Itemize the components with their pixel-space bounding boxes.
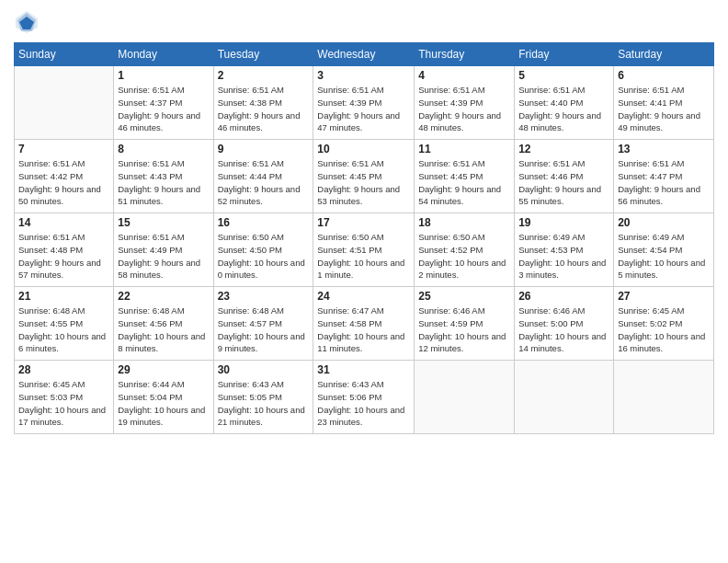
day-cell: 10Sunrise: 6:51 AMSunset: 4:45 PMDayligh… (313, 140, 415, 213)
day-info: Sunrise: 6:51 AMSunset: 4:41 PMDaylight:… (618, 84, 710, 134)
day-cell: 31Sunrise: 6:43 AMSunset: 5:06 PMDayligh… (313, 361, 415, 434)
day-number: 5 (518, 69, 609, 82)
day-number: 19 (518, 216, 609, 229)
day-info: Sunrise: 6:51 AMSunset: 4:42 PMDaylight:… (18, 157, 109, 208)
day-info: Sunrise: 6:43 AMSunset: 5:05 PMDaylight:… (218, 378, 310, 429)
day-info: Sunrise: 6:51 AMSunset: 4:48 PMDaylight:… (18, 231, 109, 282)
day-cell: 19Sunrise: 6:49 AMSunset: 4:53 PMDayligh… (515, 213, 614, 287)
day-info: Sunrise: 6:48 AMSunset: 4:56 PMDaylight:… (118, 304, 209, 355)
day-number: 14 (18, 216, 109, 229)
header (14, 9, 714, 35)
day-number: 3 (317, 69, 410, 82)
logo-icon (14, 9, 40, 35)
day-info: Sunrise: 6:45 AMSunset: 5:02 PMDaylight:… (618, 304, 710, 355)
week-row-2: 7Sunrise: 6:51 AMSunset: 4:42 PMDaylight… (15, 140, 714, 213)
day-cell: 1Sunrise: 6:51 AMSunset: 4:37 PMDaylight… (114, 66, 213, 140)
day-number: 21 (18, 290, 109, 303)
day-info: Sunrise: 6:47 AMSunset: 4:58 PMDaylight:… (317, 304, 410, 355)
day-cell: 8Sunrise: 6:51 AMSunset: 4:43 PMDaylight… (114, 140, 213, 213)
day-cell: 4Sunrise: 6:51 AMSunset: 4:39 PMDaylight… (415, 66, 515, 140)
day-cell: 28Sunrise: 6:45 AMSunset: 5:03 PMDayligh… (15, 361, 114, 434)
day-info: Sunrise: 6:51 AMSunset: 4:45 PMDaylight:… (317, 157, 410, 208)
day-info: Sunrise: 6:46 AMSunset: 4:59 PMDaylight:… (418, 304, 510, 355)
day-number: 15 (118, 216, 209, 229)
day-number: 18 (418, 216, 510, 229)
day-number: 31 (317, 363, 410, 376)
logo (14, 9, 43, 35)
day-info: Sunrise: 6:51 AMSunset: 4:37 PMDaylight:… (118, 84, 209, 134)
day-number: 20 (618, 216, 710, 229)
weekday-header-tuesday: Tuesday (213, 43, 313, 66)
day-info: Sunrise: 6:50 AMSunset: 4:50 PMDaylight:… (218, 231, 310, 282)
day-number: 6 (618, 69, 710, 82)
day-info: Sunrise: 6:51 AMSunset: 4:46 PMDaylight:… (518, 157, 609, 208)
day-cell: 9Sunrise: 6:51 AMSunset: 4:44 PMDaylight… (213, 140, 313, 213)
day-number: 9 (218, 143, 310, 155)
day-info: Sunrise: 6:49 AMSunset: 4:54 PMDaylight:… (618, 231, 710, 282)
day-cell (15, 66, 114, 140)
day-cell: 20Sunrise: 6:49 AMSunset: 4:54 PMDayligh… (614, 213, 714, 287)
day-info: Sunrise: 6:46 AMSunset: 5:00 PMDaylight:… (518, 304, 609, 355)
day-number: 26 (518, 290, 609, 303)
day-number: 2 (218, 69, 310, 82)
weekday-header-friday: Friday (515, 43, 614, 66)
day-info: Sunrise: 6:51 AMSunset: 4:45 PMDaylight:… (418, 157, 510, 208)
day-cell: 22Sunrise: 6:48 AMSunset: 4:56 PMDayligh… (114, 287, 213, 361)
day-cell: 16Sunrise: 6:50 AMSunset: 4:50 PMDayligh… (213, 213, 313, 287)
weekday-header-thursday: Thursday (415, 43, 515, 66)
week-row-5: 28Sunrise: 6:45 AMSunset: 5:03 PMDayligh… (15, 361, 714, 434)
day-cell: 2Sunrise: 6:51 AMSunset: 4:38 PMDaylight… (213, 66, 313, 140)
day-cell: 23Sunrise: 6:48 AMSunset: 4:57 PMDayligh… (213, 287, 313, 361)
day-cell: 5Sunrise: 6:51 AMSunset: 4:40 PMDaylight… (515, 66, 614, 140)
day-number: 7 (18, 143, 109, 155)
weekday-header-monday: Monday (114, 43, 213, 66)
day-info: Sunrise: 6:45 AMSunset: 5:03 PMDaylight:… (18, 378, 109, 429)
day-cell: 3Sunrise: 6:51 AMSunset: 4:39 PMDaylight… (313, 66, 415, 140)
day-cell: 7Sunrise: 6:51 AMSunset: 4:42 PMDaylight… (15, 140, 114, 213)
day-info: Sunrise: 6:43 AMSunset: 5:06 PMDaylight:… (317, 378, 410, 429)
day-info: Sunrise: 6:51 AMSunset: 4:47 PMDaylight:… (618, 157, 710, 208)
day-number: 1 (118, 69, 209, 82)
day-cell: 27Sunrise: 6:45 AMSunset: 5:02 PMDayligh… (614, 287, 714, 361)
day-info: Sunrise: 6:44 AMSunset: 5:04 PMDaylight:… (118, 378, 209, 429)
day-cell: 12Sunrise: 6:51 AMSunset: 4:46 PMDayligh… (515, 140, 614, 213)
day-info: Sunrise: 6:51 AMSunset: 4:39 PMDaylight:… (418, 84, 510, 134)
day-info: Sunrise: 6:51 AMSunset: 4:38 PMDaylight:… (218, 84, 310, 134)
day-number: 13 (618, 143, 710, 155)
day-info: Sunrise: 6:51 AMSunset: 4:39 PMDaylight:… (317, 84, 410, 134)
day-cell: 21Sunrise: 6:48 AMSunset: 4:55 PMDayligh… (15, 287, 114, 361)
day-number: 12 (518, 143, 609, 155)
day-cell: 17Sunrise: 6:50 AMSunset: 4:51 PMDayligh… (313, 213, 415, 287)
day-info: Sunrise: 6:49 AMSunset: 4:53 PMDaylight:… (518, 231, 609, 282)
day-number: 11 (418, 143, 510, 155)
day-cell: 26Sunrise: 6:46 AMSunset: 5:00 PMDayligh… (515, 287, 614, 361)
day-cell: 25Sunrise: 6:46 AMSunset: 4:59 PMDayligh… (415, 287, 515, 361)
day-cell: 11Sunrise: 6:51 AMSunset: 4:45 PMDayligh… (415, 140, 515, 213)
day-number: 22 (118, 290, 209, 303)
day-cell: 18Sunrise: 6:50 AMSunset: 4:52 PMDayligh… (415, 213, 515, 287)
day-number: 29 (118, 363, 209, 376)
day-cell: 6Sunrise: 6:51 AMSunset: 4:41 PMDaylight… (614, 66, 714, 140)
day-cell (415, 361, 515, 434)
day-info: Sunrise: 6:51 AMSunset: 4:43 PMDaylight:… (118, 157, 209, 208)
day-cell: 14Sunrise: 6:51 AMSunset: 4:48 PMDayligh… (15, 213, 114, 287)
day-info: Sunrise: 6:48 AMSunset: 4:55 PMDaylight:… (18, 304, 109, 355)
day-info: Sunrise: 6:51 AMSunset: 4:40 PMDaylight:… (518, 84, 609, 134)
day-cell: 30Sunrise: 6:43 AMSunset: 5:05 PMDayligh… (213, 361, 313, 434)
weekday-header-saturday: Saturday (614, 43, 714, 66)
day-number: 23 (218, 290, 310, 303)
weekday-header-row: SundayMondayTuesdayWednesdayThursdayFrid… (15, 43, 714, 66)
week-row-1: 1Sunrise: 6:51 AMSunset: 4:37 PMDaylight… (15, 66, 714, 140)
day-cell: 24Sunrise: 6:47 AMSunset: 4:58 PMDayligh… (313, 287, 415, 361)
week-row-3: 14Sunrise: 6:51 AMSunset: 4:48 PMDayligh… (15, 213, 714, 287)
day-number: 28 (18, 363, 109, 376)
day-cell (515, 361, 614, 434)
day-cell (614, 361, 714, 434)
day-number: 4 (418, 69, 510, 82)
day-number: 24 (317, 290, 410, 303)
day-info: Sunrise: 6:51 AMSunset: 4:49 PMDaylight:… (118, 231, 209, 282)
day-number: 10 (317, 143, 410, 155)
weekday-header-wednesday: Wednesday (313, 43, 415, 66)
day-cell: 15Sunrise: 6:51 AMSunset: 4:49 PMDayligh… (114, 213, 213, 287)
day-number: 17 (317, 216, 410, 229)
